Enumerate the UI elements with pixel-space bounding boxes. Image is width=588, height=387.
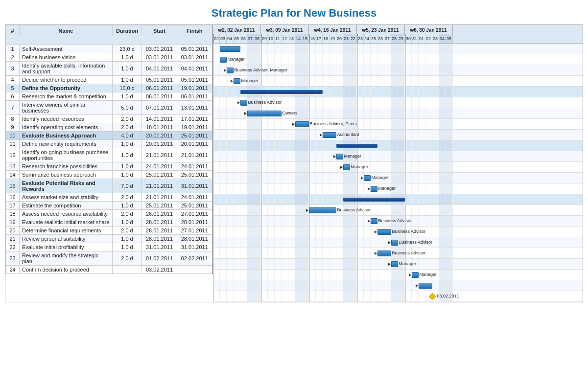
day-bg-cell [371,237,377,248]
day-bg-cell [405,151,412,161]
day-bg-cell [419,151,425,161]
day-bg-cell [240,216,247,226]
day-bg-cell [234,183,240,194]
col-finish: Finish [177,25,212,36]
day-bg-cell [446,108,453,118]
row-duration: 10,0 d [113,84,142,92]
day-bg-cell [234,205,240,215]
day-bg-cell [371,54,377,65]
day-bg-cell [261,237,268,248]
day-bg-cell [254,270,261,280]
day-bg-cell [227,237,234,248]
bar-label: Business Advisor, Peers [310,121,357,126]
row-num: 4 [6,76,20,84]
row-duration: 1,0 d [113,235,142,243]
day-bg-cell [275,54,282,65]
day-bg-cell [419,259,425,269]
day-bg-cell [316,270,323,280]
day-bg-cell [234,194,240,205]
day-bg-cell [227,97,234,108]
day-bg-cell [425,76,432,86]
row-start: 20.01.2011 [142,132,177,140]
day-bg-cell [295,270,302,280]
day-bg-cell [398,151,405,161]
task-bar [309,207,336,213]
row-start: 05.01.2011 [142,76,177,84]
day-bg-cell [357,259,364,269]
day-bg-cell [336,227,343,237]
day-bg-cell [405,173,412,183]
day-bg-cell [350,237,357,248]
row-finish: 28.01.2011 [177,218,212,227]
day-bg-cell [316,151,323,161]
day-bg-cell [391,270,398,280]
day-cell: 12 [282,34,288,43]
day-bg-cell [220,119,227,129]
day-bg-cell [309,291,316,301]
day-bg-cell [432,259,439,269]
day-bg-cell [234,216,240,226]
day-bg-cell [282,291,288,301]
row-name: Identify on-going business purchase oppo… [20,148,113,162]
day-bg-cell [254,130,261,140]
day-bg-cell [282,205,288,215]
row-finish: 20.01.2011 [177,140,212,148]
day-bg-cell [377,151,384,161]
day-bg-cell [357,119,364,129]
day-bg-cell [295,291,302,301]
day-bg-cell [234,130,240,140]
day-bg-cell [220,151,227,161]
day-bg-cell [302,44,309,54]
gantt-row: Business Advisor [213,216,583,227]
day-cell: 11 [275,34,282,43]
day-bg-cell [295,140,302,151]
week-label: w2, 02 Jan 2011 [213,25,261,34]
day-row: 0203040506070809101112131415161718192021… [213,34,583,43]
day-bg-cell [336,291,343,301]
day-bg-cell [364,108,371,118]
day-bg-cell [247,119,254,129]
row-duration: 1,0 d [113,140,142,148]
day-bg-cell [288,259,295,269]
gantt-row [213,140,583,151]
day-bg-cell [275,194,282,205]
gantt-row: Manager [213,183,583,194]
day-bg-cell [220,87,227,97]
row-start: 28.01.2011 [142,235,177,243]
day-bg-cell [336,216,343,226]
day-bg-cell [261,270,268,280]
row-duration [113,266,142,274]
day-bg-cell [275,151,282,161]
day-bg-cell [220,205,227,215]
day-bg-cell [357,183,364,194]
table-row: 11 Define new entity requirements 1,0 d … [6,140,212,148]
day-bg-cell [309,270,316,280]
day-cell: 22 [350,34,357,43]
day-bg-cell [425,65,432,75]
day-bg-cell [261,216,268,226]
row-name: Assess market size and stability [20,193,113,202]
day-bg-cell [425,194,432,205]
row-name: Determine financial requirements [20,227,113,235]
day-bg-cell [275,173,282,183]
row-finish: 19.01.2011 [177,84,212,92]
day-bg-cell [302,227,309,237]
row-finish: 02.02.2011 [177,251,212,266]
table-row: 8 Identify needed resources 2,0 d 14.01.… [6,115,212,123]
day-bg-cell [247,130,254,140]
day-bg-cell [329,173,336,183]
day-bg-cell [384,87,391,97]
day-bg-cell [282,259,288,269]
day-bg-cell [343,173,350,183]
day-cell: 26 [377,34,384,43]
day-bg-cell [309,54,316,65]
day-bg-cell [364,54,371,65]
day-bg-cell [377,44,384,54]
day-bg-cell [247,270,254,280]
day-bg-cell [302,237,309,248]
row-finish: 21.01.2011 [177,148,212,162]
day-bg-cell [323,248,329,258]
day-bg-cell [343,97,350,108]
day-bg-cell [432,194,439,205]
day-bg-cell [220,270,227,280]
